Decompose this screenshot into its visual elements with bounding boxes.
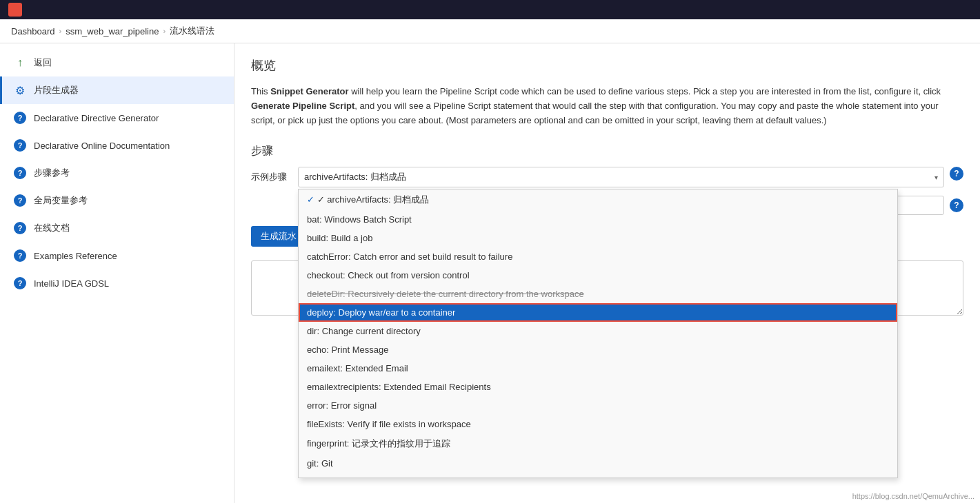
sidebar-item-back-label: 返回 <box>34 57 52 69</box>
step-dropdown-list: ✓ archiveArtifacts: 归档成品bat: Windows Bat… <box>298 189 898 478</box>
dropdown-item-13[interactable]: fingerprint: 记录文件的指纹用于追踪 <box>299 433 897 454</box>
dropdown-item-4[interactable]: checkout: Check out from version control <box>299 266 897 285</box>
step-help-icon[interactable]: ? <box>950 167 963 181</box>
dropdown-item-7[interactable]: dir: Change current directory <box>299 322 897 340</box>
breadcrumb-sep-2: › <box>163 27 166 35</box>
question-icon-7: ? <box>13 276 27 290</box>
sidebar-item-examples[interactable]: ? Examples Reference <box>0 242 234 269</box>
sidebar-item-intellij-label: IntelliJ IDEA GDSL <box>34 278 109 289</box>
dropdown-item-1[interactable]: bat: Windows Batch Script <box>299 210 897 229</box>
sidebar-item-snippet[interactable]: ⚙ 片段生成器 <box>0 76 234 104</box>
step-label: 示例步骤 <box>251 167 292 183</box>
steps-section-title: 步骤 <box>251 144 963 158</box>
dropdown-item-6[interactable]: deploy: Deploy war/ear to a container <box>299 303 897 322</box>
dropdown-item-9[interactable]: emailext: Extended Email <box>299 359 897 378</box>
sidebar-item-declarative-online-label: Declarative Online Documentation <box>34 141 170 151</box>
breadcrumb-dashboard[interactable]: Dashboard <box>11 26 55 37</box>
sidebar-item-step-ref[interactable]: ? 步骤参考 <box>0 159 234 187</box>
param-help-icon[interactable]: ? <box>950 198 963 212</box>
sidebar-item-step-ref-label: 步骤参考 <box>34 167 70 179</box>
main-layout: ↑ 返回 ⚙ 片段生成器 ? Declarative Directive Gen… <box>0 43 980 503</box>
breadcrumb-current: 流水线语法 <box>170 25 214 37</box>
question-icon-2: ? <box>13 138 27 152</box>
content-area: 概览 This Snippet Generator will help you … <box>234 43 980 503</box>
dropdown-item-3[interactable]: catchError: Catch error and set build re… <box>299 247 897 266</box>
app-logo <box>8 3 22 17</box>
sidebar-item-global-var-label: 全局变量参考 <box>34 194 88 207</box>
question-icon-6: ? <box>13 249 27 263</box>
dropdown-item-11[interactable]: error: Error signal <box>299 396 897 415</box>
dropdown-item-15[interactable]: input: 等待交互式输入 <box>299 473 897 478</box>
dropdown-item-14[interactable]: git: Git <box>299 454 897 473</box>
sidebar-item-global-var[interactable]: ? 全局变量参考 <box>0 187 234 214</box>
dropdown-item-0[interactable]: ✓ archiveArtifacts: 归档成品 <box>299 189 897 210</box>
dropdown-item-12[interactable]: fileExists: Verify if file exists in wor… <box>299 415 897 433</box>
dropdown-item-8[interactable]: echo: Print Message <box>299 340 897 359</box>
question-icon-4: ? <box>13 194 27 207</box>
breadcrumb-pipeline[interactable]: ssm_web_war_pipeline <box>66 26 159 37</box>
dropdown-item-2[interactable]: build: Build a job <box>299 229 897 247</box>
sidebar-item-online-doc-label: 在线文档 <box>34 222 70 234</box>
sidebar-item-declarative-directive[interactable]: ? Declarative Directive Generator <box>0 104 234 132</box>
sidebar-item-snippet-label: 片段生成器 <box>34 84 79 96</box>
step-row: 示例步骤 archiveArtifacts: 归档成品 ▾ ✓ archiveA… <box>251 167 963 187</box>
sidebar-item-declarative-online[interactable]: ? Declarative Online Documentation <box>0 132 234 159</box>
step-dropdown-trigger[interactable]: archiveArtifacts: 归档成品 ▾ <box>298 167 944 187</box>
sidebar-item-online-doc[interactable]: ? 在线文档 <box>0 214 234 242</box>
sidebar-item-examples-label: Examples Reference <box>34 251 117 261</box>
top-bar <box>0 0 980 19</box>
page-title: 概览 <box>251 57 963 74</box>
dropdown-item-5[interactable]: deleteDir: Recursively delete the curren… <box>299 285 897 303</box>
watermark: https://blog.csdn.net/QemuArchive... <box>852 492 974 500</box>
question-icon-3: ? <box>13 166 27 180</box>
sidebar-item-intellij[interactable]: ? IntelliJ IDEA GDSL <box>0 269 234 297</box>
sidebar-item-declarative-directive-label: Declarative Directive Generator <box>34 113 159 123</box>
question-icon-5: ? <box>13 221 27 235</box>
breadcrumb-sep-1: › <box>59 27 62 35</box>
dropdown-item-10[interactable]: emailextrecipients: Extended Email Recip… <box>299 378 897 396</box>
question-icon-1: ? <box>13 111 27 125</box>
gear-icon: ⚙ <box>13 83 27 97</box>
sidebar: ↑ 返回 ⚙ 片段生成器 ? Declarative Directive Gen… <box>0 43 234 503</box>
step-dropdown-wrapper: archiveArtifacts: 归档成品 ▾ ✓ archiveArtifa… <box>298 167 944 187</box>
sidebar-item-back[interactable]: ↑ 返回 <box>0 49 234 76</box>
overview-text: This Snippet Generator will help you lea… <box>251 85 963 127</box>
back-arrow-icon: ↑ <box>13 56 27 70</box>
breadcrumb: Dashboard › ssm_web_war_pipeline › 流水线语法 <box>0 19 980 43</box>
